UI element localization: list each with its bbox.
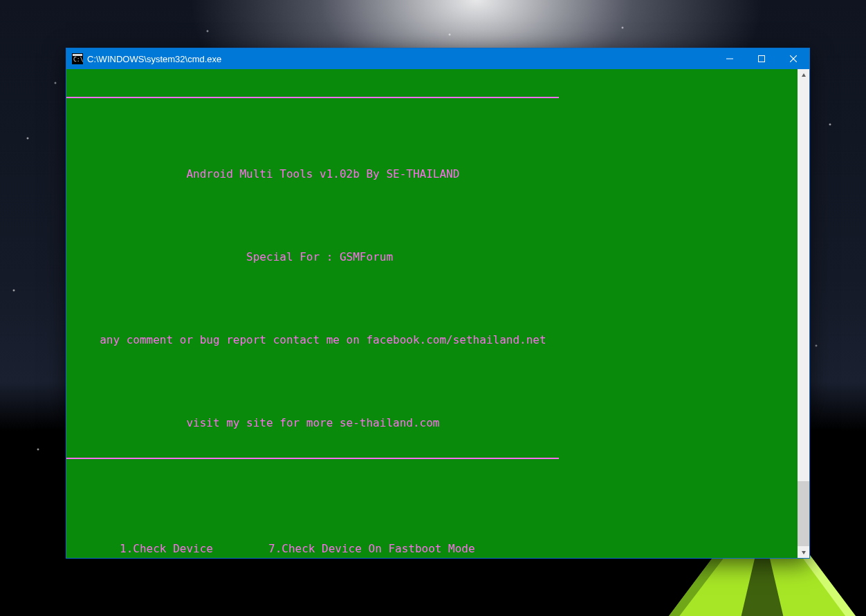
menu-item[interactable]: 1.Check Device [120,542,213,555]
menu-row: 1.Check Device 7.Check Device On Fastboo… [66,542,798,556]
console-output[interactable]: Android Multi Tools v1.02b By SE-THAILAN… [66,69,798,558]
svg-rect-5 [73,54,82,56]
close-button[interactable] [777,48,809,69]
cmd-icon: C:\ [72,53,83,64]
svg-text:C:\: C:\ [73,57,83,63]
scroll-track[interactable] [798,81,809,546]
titlebar[interactable]: C:\ C:\WINDOWS\system32\cmd.exe [66,48,809,69]
contact-line: any comment or bug report contact me on … [66,333,798,347]
window-title: C:\WINDOWS\system32\cmd.exe [87,54,714,64]
svg-rect-8 [759,56,765,62]
scroll-up-button[interactable] [798,69,809,81]
desktop-wallpaper: C:\ C:\WINDOWS\system32\cmd.exe [0,0,866,616]
menu-item[interactable]: 7.Check Device On Fastboot Mode [268,542,475,555]
client-area: Android Multi Tools v1.02b By SE-THAILAN… [66,69,809,558]
scroll-thumb[interactable] [798,81,809,481]
svg-marker-12 [802,551,806,554]
minimize-button[interactable] [714,48,746,69]
divider [66,458,559,459]
cmd-window: C:\ C:\WINDOWS\system32\cmd.exe [66,48,810,559]
program-title: Android Multi Tools v1.02b By SE-THAILAN… [66,167,798,181]
maximize-button[interactable] [746,48,777,69]
scroll-down-button[interactable] [798,546,809,558]
window-controls [714,48,809,69]
visit-line: visit my site for more se-thailand.com [66,416,798,430]
special-for-line: Special For : GSMForum [66,250,798,264]
svg-marker-11 [802,73,806,77]
vertical-scrollbar[interactable] [798,69,809,558]
divider [66,97,559,98]
